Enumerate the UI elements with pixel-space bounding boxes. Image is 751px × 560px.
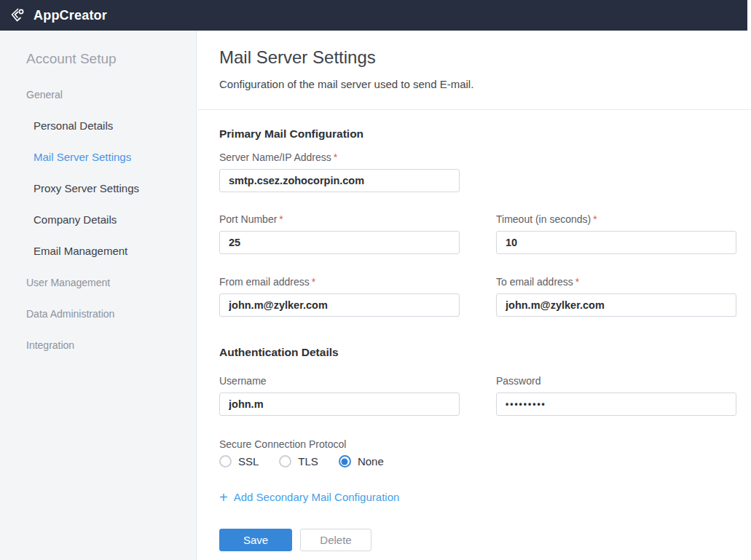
- password-label: Password: [496, 375, 736, 387]
- delete-button[interactable]: Delete: [300, 529, 371, 551]
- to-email-label: To email address*: [496, 276, 736, 288]
- to-email-input[interactable]: [496, 293, 736, 317]
- radio-label-tls: TLS: [298, 455, 318, 468]
- username-label: Username: [219, 375, 460, 387]
- radio-option-ssl[interactable]: SSL: [219, 455, 259, 468]
- auth-row-wrap: Username Password: [219, 375, 736, 416]
- radio-icon-none-selected[interactable]: [339, 455, 351, 468]
- auth-section-title: Authentication Details: [219, 346, 736, 359]
- server-name-label-text: Server Name/IP Address: [219, 151, 331, 163]
- timeout-field: Timeout (in seconds)*: [496, 213, 736, 254]
- save-button[interactable]: Save: [219, 529, 292, 551]
- page-header: Mail Server Settings Configuration of th…: [197, 31, 751, 91]
- timeout-label: Timeout (in seconds)*: [496, 213, 736, 226]
- page-subtitle: Configuration of the mail server used to…: [219, 77, 729, 91]
- to-email-label-text: To email address: [496, 276, 573, 288]
- sidebar-item-integration[interactable]: Integration: [0, 339, 196, 351]
- port-input[interactable]: [219, 231, 460, 254]
- sidebar-item-mail-server-settings[interactable]: Mail Server Settings: [0, 151, 196, 163]
- radio-icon-tls[interactable]: [279, 455, 291, 468]
- port-label-text: Port Number: [219, 213, 277, 225]
- required-asterisk: *: [575, 276, 579, 288]
- timeout-label-text: Timeout (in seconds): [496, 213, 591, 225]
- sidebar: Account Setup General Personal Details M…: [0, 31, 197, 560]
- protocol-radio-row: SSL TLS None: [219, 455, 736, 468]
- server-name-field: Server Name/IP Address*: [219, 151, 460, 192]
- main-content: Mail Server Settings Configuration of th…: [197, 31, 751, 560]
- sidebar-item-proxy-server-settings[interactable]: Proxy Server Settings: [0, 183, 196, 194]
- sidebar-item-data-administration[interactable]: Data Administration: [0, 308, 196, 320]
- plus-icon: +: [219, 491, 228, 504]
- required-asterisk: *: [279, 213, 283, 225]
- from-email-label: From email address*: [219, 276, 460, 288]
- username-field: Username: [219, 375, 460, 416]
- app-name: AppCreator: [34, 8, 107, 23]
- required-asterisk: *: [593, 213, 597, 225]
- server-name-label: Server Name/IP Address*: [219, 151, 460, 164]
- port-field: Port Number*: [219, 213, 460, 254]
- from-email-input[interactable]: [219, 293, 460, 317]
- password-field: Password: [496, 375, 736, 416]
- mail-server-form: Primary Mail Configuration Server Name/I…: [197, 110, 751, 560]
- radio-icon-ssl[interactable]: [219, 455, 232, 468]
- add-secondary-mail-link[interactable]: + Add Secondary Mail Configuration: [219, 491, 736, 504]
- radio-label-none: None: [358, 455, 384, 468]
- port-timeout-row: Port Number* Timeout (in seconds)*: [219, 213, 736, 254]
- email-row: From email address* To email address*: [219, 276, 736, 317]
- sidebar-item-personal-details[interactable]: Personal Details: [0, 120, 196, 132]
- from-email-label-text: From email address: [219, 276, 310, 288]
- protocol-label: Secure Connection Protocol: [219, 438, 736, 451]
- from-email-field: From email address*: [219, 276, 460, 317]
- primary-section-title: Primary Mail Configuration: [219, 127, 736, 141]
- add-secondary-mail-label: Add Secondary Mail Configuration: [234, 491, 400, 504]
- radio-option-tls[interactable]: TLS: [279, 455, 318, 468]
- app-logo-icon: [9, 7, 27, 24]
- server-name-input[interactable]: [219, 169, 460, 192]
- form-actions: Save Delete: [219, 529, 736, 560]
- required-asterisk: *: [334, 151, 337, 163]
- page-title: Mail Server Settings: [219, 47, 729, 68]
- username-input[interactable]: [219, 393, 460, 416]
- sidebar-title: Account Setup: [26, 51, 196, 67]
- timeout-input[interactable]: [496, 231, 736, 254]
- radio-option-none[interactable]: None: [339, 455, 384, 468]
- topbar: AppCreator: [0, 0, 747, 31]
- protocol-group: Secure Connection Protocol SSL TLS None: [219, 438, 736, 468]
- sidebar-item-general[interactable]: General: [0, 89, 196, 100]
- to-email-field: To email address*: [496, 276, 736, 317]
- sidebar-item-user-management[interactable]: User Management: [0, 277, 196, 288]
- required-asterisk: *: [312, 276, 315, 288]
- sidebar-item-email-management[interactable]: Email Management: [0, 245, 196, 257]
- radio-label-ssl: SSL: [238, 455, 259, 468]
- port-label: Port Number*: [219, 213, 460, 226]
- sidebar-item-company-details[interactable]: Company Details: [0, 214, 196, 226]
- password-input[interactable]: [496, 393, 736, 416]
- sidebar-nav: General Personal Details Mail Server Set…: [0, 89, 196, 351]
- auth-row: Username Password: [219, 375, 736, 416]
